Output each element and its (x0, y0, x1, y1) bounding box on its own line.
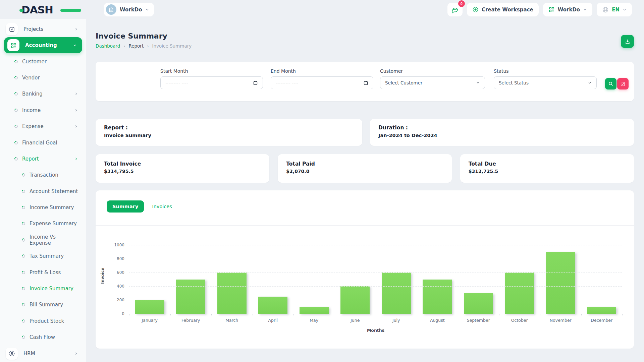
start-month-label: Start Month (160, 68, 263, 74)
sidebar-item-bill-summary[interactable]: Bill Summary (0, 297, 86, 313)
customer-filter-label: Customer (380, 68, 485, 74)
language-selector[interactable]: EN (597, 3, 632, 16)
search-button[interactable] (605, 78, 616, 89)
plus-circle-icon (472, 6, 479, 13)
x-axis-labels: JanuaryFebruaryMarchAprilMayJuneJulyAugu… (129, 318, 622, 323)
sidebar-item-hrm[interactable]: HRM (0, 345, 86, 361)
bar-slot (499, 245, 540, 314)
x-tick-label: November (540, 318, 581, 323)
reset-filter-button[interactable] (617, 78, 629, 89)
bullet-icon (21, 221, 26, 226)
sidebar-item-label: Tax Summary (30, 253, 64, 259)
chevron-down-icon (583, 8, 587, 12)
breadcrumb-item-report[interactable]: Report (128, 43, 144, 49)
duration-card-value: Jan-2024 to Dec-2024 (378, 133, 626, 138)
sidebar-item-label: HRM (23, 351, 35, 357)
bullet-icon (14, 140, 18, 145)
sidebar-item-income[interactable]: Income (0, 102, 86, 118)
sidebar-item-vendor[interactable]: Vendor (0, 70, 86, 86)
sidebar-item-transaction[interactable]: Transaction (0, 167, 86, 183)
create-workspace-button[interactable]: Create Workspace (467, 3, 539, 16)
start-month-group: Start Month --------- ---- (160, 62, 263, 89)
customer-select[interactable]: Select Customer (380, 76, 485, 89)
sidebar-item-income-summary[interactable]: Income Summary (0, 199, 86, 216)
start-month-input[interactable]: --------- ---- (160, 76, 263, 89)
page-title: Invoice Summary (96, 32, 634, 40)
sidebar-item-product-stock[interactable]: Product Stock (0, 313, 86, 329)
y-tick-label: 200 (117, 298, 124, 302)
end-month-group: End Month --------- ---- (271, 62, 373, 89)
sidebar-item-label: Accounting (25, 42, 57, 48)
sidebar-item-account-statement[interactable]: Account Statement (0, 183, 86, 199)
workspace-selector[interactable]: WorkDo (104, 3, 154, 16)
tab-summary[interactable]: Summary (107, 200, 144, 213)
gridline (129, 300, 622, 300)
grid-plus-icon (548, 6, 555, 13)
y-axis-label: Invoice (100, 267, 105, 284)
calendar-icon (363, 80, 368, 85)
sidebar-item-report[interactable]: Report (0, 151, 86, 167)
duration-card: Duration : Jan-2024 to Dec-2024 (370, 119, 634, 146)
building-icon (108, 7, 114, 12)
bullet-icon (21, 286, 26, 291)
sidebar-item-customer[interactable]: Customer (0, 53, 86, 69)
chevron-down-icon (476, 81, 480, 85)
sidebar-item-income-vs-expense[interactable]: Income Vs Expense (0, 232, 86, 248)
x-tick-label: September (458, 318, 499, 323)
chevron-down-icon (73, 43, 77, 47)
sidebar-item-label: Expense Summary (30, 221, 77, 227)
bullet-icon (14, 157, 18, 161)
tab-invoices[interactable]: Invoices (152, 204, 172, 209)
sidebar-item-invoice-summary[interactable]: Invoice Summary (0, 281, 86, 297)
sidebar-item-label: Expense (22, 123, 44, 129)
x-axis-tick (253, 314, 253, 315)
sidebar-item-banking[interactable]: Banking (0, 86, 86, 102)
bullet-icon (14, 59, 18, 64)
sidebar-item-financial-goal[interactable]: Financial Goal (0, 134, 86, 150)
sidebar-item-label: Customer (22, 59, 47, 65)
customer-filter-group: Customer Select Customer (380, 62, 485, 89)
sidebar-item-label: Profit & Loss (30, 269, 61, 276)
x-tick-label: January (129, 318, 170, 323)
divider (96, 225, 634, 226)
bar-april (258, 297, 287, 314)
sidebar-item-expense[interactable]: Expense (0, 118, 86, 134)
notification-badge: 0 (458, 0, 465, 7)
bar-slot (335, 245, 376, 314)
download-button[interactable] (621, 35, 634, 48)
logo-accent (19, 9, 23, 12)
checkbox-icon (6, 23, 18, 35)
bar-slot (417, 245, 458, 314)
messages-button[interactable]: 0 (447, 3, 463, 16)
bullet-icon (21, 270, 26, 275)
bar-february (176, 280, 205, 314)
bar-september (464, 293, 493, 314)
sidebar-item-projects[interactable]: Projects (0, 21, 86, 37)
workspace-name: WorkDo (120, 7, 142, 13)
sidebar-item-expense-summary[interactable]: Expense Summary (0, 216, 86, 232)
sidebar-item-profit-loss[interactable]: Profit & Loss (0, 264, 86, 280)
sidebar-item-cash-flow[interactable]: Cash Flow (0, 329, 86, 345)
status-select[interactable]: Select Status (494, 76, 597, 89)
stat-label: Total Paid (286, 161, 443, 167)
sidebar-item-accounting[interactable]: Accounting (4, 37, 82, 53)
workdo-menu-button[interactable]: WorkDo (543, 3, 592, 16)
stat-label: Total Due (469, 161, 626, 167)
x-axis-tick (622, 314, 623, 315)
x-tick-label: March (211, 318, 253, 323)
sidebar-item-tax-summary[interactable]: Tax Summary (0, 248, 86, 264)
chevron-right-icon (74, 108, 78, 112)
bullet-icon (21, 302, 26, 307)
stat-label: Total Invoice (104, 161, 261, 167)
stat-value: $312,725.5 (469, 169, 626, 174)
sidebar-item-label: Projects (23, 26, 43, 32)
x-tick-label: December (581, 318, 623, 323)
breadcrumb-item-dashboard[interactable]: Dashboard (96, 43, 120, 49)
calendar-icon (253, 80, 258, 85)
x-tick-label: August (417, 318, 458, 323)
chevron-right-icon (74, 352, 78, 356)
workspace-avatar (106, 4, 116, 15)
breadcrumb-separator: › (147, 44, 149, 49)
grid-plus-icon (7, 39, 19, 51)
end-month-input[interactable]: --------- ---- (271, 76, 373, 89)
